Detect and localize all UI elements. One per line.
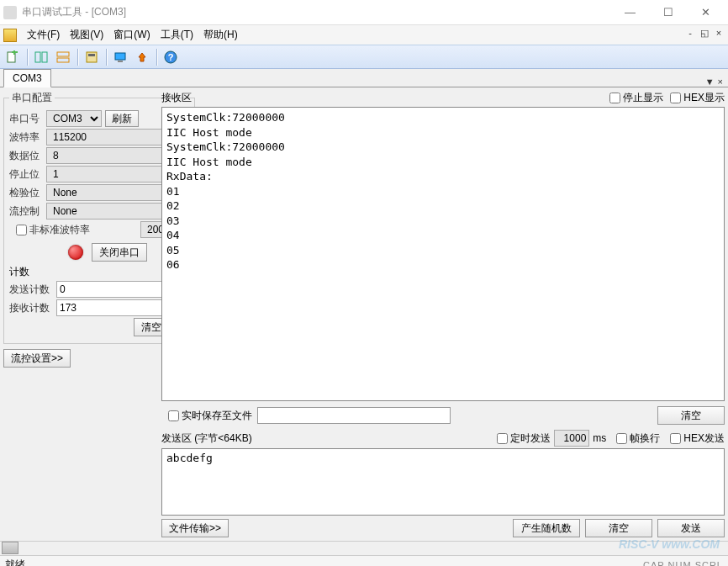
svg-rect-2 bbox=[13, 50, 15, 55]
svg-text:?: ? bbox=[168, 52, 174, 62]
menu-help[interactable]: 帮助(H) bbox=[198, 26, 243, 44]
menu-file[interactable]: 文件(F) bbox=[22, 26, 65, 44]
clear-send-button[interactable]: 清空 bbox=[585, 519, 652, 537]
tb-new-icon[interactable] bbox=[3, 48, 23, 66]
horizontal-scrollbar[interactable] bbox=[0, 541, 728, 555]
svg-rect-5 bbox=[57, 52, 69, 56]
separator bbox=[106, 49, 108, 66]
baud-label: 波特率 bbox=[9, 130, 46, 145]
frame-newline-label: 帧换行 bbox=[630, 431, 660, 446]
svg-rect-8 bbox=[88, 54, 95, 56]
window-title: 串口调试工具 - [COM3] bbox=[22, 5, 611, 19]
close-port-button[interactable]: 关闭串口 bbox=[92, 243, 147, 262]
send-count-label: 发送计数 bbox=[9, 283, 56, 297]
recv-textarea[interactable]: SystemClk:72000000 IIC Host mode SystemC… bbox=[161, 107, 725, 401]
mdi-minimize-button[interactable]: - bbox=[684, 27, 696, 39]
interval-field[interactable] bbox=[554, 430, 589, 447]
svg-rect-6 bbox=[57, 58, 69, 62]
ms-label: ms bbox=[593, 432, 606, 444]
serial-config-legend: 串口配置 bbox=[9, 91, 55, 105]
svg-rect-4 bbox=[42, 52, 47, 62]
svg-rect-10 bbox=[118, 61, 123, 62]
svg-rect-7 bbox=[87, 52, 97, 62]
separator bbox=[156, 49, 158, 66]
databits-label: 数据位 bbox=[9, 149, 46, 163]
menu-view[interactable]: 视图(V) bbox=[65, 26, 108, 44]
status-indicators: CAP NUM SCRL bbox=[643, 560, 723, 567]
flow-label: 流控制 bbox=[9, 204, 46, 219]
menu-tool[interactable]: 工具(T) bbox=[156, 26, 198, 44]
stopbits-label: 停止位 bbox=[9, 167, 46, 182]
close-button[interactable]: ✕ bbox=[687, 1, 725, 24]
tb-split-h-icon[interactable] bbox=[31, 48, 51, 66]
app-icon bbox=[3, 6, 17, 19]
gen-random-button[interactable]: 产生随机数 bbox=[513, 519, 580, 537]
tb-upload-icon[interactable] bbox=[132, 48, 152, 66]
frame-newline-checkbox[interactable] bbox=[616, 433, 627, 444]
tb-help-icon[interactable]: ? bbox=[161, 48, 181, 66]
recv-count-label: 接收计数 bbox=[9, 301, 56, 315]
svg-rect-3 bbox=[35, 52, 40, 62]
tab-com3[interactable]: COM3 bbox=[3, 69, 51, 87]
hex-display-label: HEX显示 bbox=[683, 91, 725, 105]
send-button[interactable]: 发送 bbox=[657, 519, 725, 537]
recv-title: 接收区 bbox=[161, 91, 603, 105]
tb-calc-icon[interactable] bbox=[82, 48, 102, 66]
menu-window[interactable]: 窗口(W) bbox=[108, 26, 155, 44]
tab-dropdown-icon[interactable]: ▼ bbox=[705, 77, 715, 87]
hex-display-checkbox[interactable] bbox=[670, 93, 681, 103]
flow-settings-button[interactable]: 流控设置>> bbox=[3, 349, 71, 368]
status-text: 就绪 bbox=[5, 558, 25, 566]
save-file-path-field[interactable] bbox=[257, 407, 451, 424]
nonstd-checkbox[interactable] bbox=[16, 225, 27, 235]
port-label: 串口号 bbox=[9, 112, 46, 126]
svg-rect-9 bbox=[115, 53, 125, 60]
parity-label: 检验位 bbox=[9, 186, 46, 200]
send-title: 发送区 (字节<64KB) bbox=[161, 431, 252, 446]
port-select[interactable]: COM3 bbox=[46, 110, 102, 127]
separator bbox=[27, 49, 29, 66]
timed-send-label: 定时发送 bbox=[510, 431, 551, 446]
save-file-label: 实时保存至文件 bbox=[182, 409, 252, 423]
tb-split-v-icon[interactable] bbox=[53, 48, 73, 66]
tab-close-icon[interactable]: × bbox=[718, 77, 723, 87]
mdi-close-button[interactable]: × bbox=[713, 27, 725, 39]
stop-display-checkbox[interactable] bbox=[609, 93, 620, 103]
file-transfer-button[interactable]: 文件传输>> bbox=[161, 519, 229, 537]
stop-display-label: 停止显示 bbox=[623, 91, 663, 105]
clear-recv-button[interactable]: 清空 bbox=[657, 406, 725, 425]
hex-send-label: HEX发送 bbox=[683, 431, 725, 446]
save-file-checkbox[interactable] bbox=[168, 410, 179, 421]
send-textarea[interactable]: abcdefg bbox=[161, 448, 725, 516]
maximize-button[interactable]: ☐ bbox=[649, 1, 687, 24]
minimize-button[interactable]: — bbox=[611, 1, 649, 24]
timed-send-checkbox[interactable] bbox=[497, 433, 508, 444]
menubar-icon bbox=[3, 29, 17, 42]
status-led-icon bbox=[68, 245, 83, 260]
nonstd-label: 非标准波特率 bbox=[29, 223, 90, 237]
mdi-restore-button[interactable]: ◱ bbox=[699, 27, 710, 39]
separator bbox=[77, 49, 79, 66]
refresh-button[interactable]: 刷新 bbox=[105, 110, 139, 127]
hex-send-checkbox[interactable] bbox=[670, 433, 681, 444]
tb-monitor-icon[interactable] bbox=[110, 48, 130, 66]
